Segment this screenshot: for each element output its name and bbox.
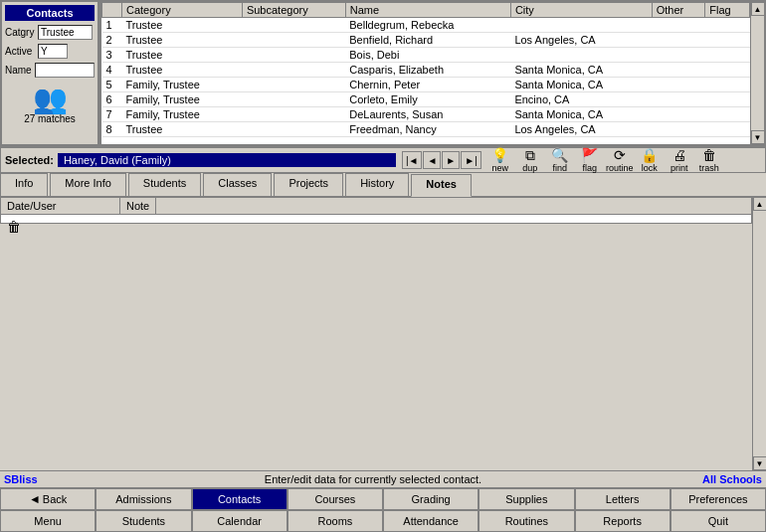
content-with-scroll: Date/User Note 🗑 ▲ ▼	[0, 197, 766, 470]
icon-area: 👥 27 matches	[5, 86, 95, 124]
attendance-button[interactable]: Attendance	[383, 510, 479, 532]
col-name: Name	[345, 3, 510, 18]
table-scrollbar[interactable]: ▲ ▼	[750, 2, 764, 144]
row-trash-icon[interactable]: 🗑	[7, 219, 21, 235]
grading-button[interactable]: Grading	[383, 488, 479, 510]
tab-info[interactable]: Info	[0, 173, 48, 196]
dup-label: dup	[522, 163, 537, 173]
row-city	[510, 18, 652, 33]
tab-more-info[interactable]: More Info	[50, 173, 125, 196]
row-city: Santa Monica, CA	[510, 63, 652, 78]
status-center: Enter/edit data for currently selected c…	[64, 473, 682, 485]
table-row[interactable]: 3 Trustee Bois, Debi	[102, 48, 750, 63]
find-tool[interactable]: 🔍 find	[547, 147, 573, 174]
table-with-scroll: Category Subcategory Name City Other Fla…	[101, 2, 764, 144]
first-record-btn[interactable]: |◄	[402, 151, 423, 169]
flag-label: flag	[582, 163, 597, 173]
back-button[interactable]: ◄ Back	[0, 488, 96, 510]
table-row[interactable]: 2 Trustee Benfield, Richard Los Angeles,…	[102, 33, 750, 48]
row-subcategory	[242, 33, 345, 48]
row-num: 7	[102, 107, 122, 122]
quit-button[interactable]: Quit	[670, 510, 766, 532]
letters-button[interactable]: Letters	[575, 488, 670, 510]
status-left: SBliss	[4, 473, 64, 485]
table-row[interactable]: 6 Family, Trustee Corleto, Emily Encino,…	[102, 92, 750, 107]
students-button[interactable]: Students	[96, 510, 191, 532]
row-name: Bois, Debi	[345, 48, 510, 63]
contacts-button[interactable]: Contacts	[192, 488, 287, 510]
notes-scroll-down[interactable]: ▼	[753, 456, 767, 470]
lock-tool[interactable]: 🔒 lock	[637, 147, 663, 174]
last-record-btn[interactable]: ►|	[461, 151, 481, 169]
row-other	[652, 18, 705, 33]
people-icon: 👥	[33, 86, 68, 113]
row-category: Trustee	[122, 33, 243, 48]
status-right: All Schools	[682, 473, 762, 485]
reports-button[interactable]: Reports	[575, 510, 670, 532]
tab-history[interactable]: History	[345, 173, 409, 196]
trash-icon: 🗑	[702, 147, 716, 164]
name-input[interactable]	[35, 63, 95, 78]
row-category: Family, Trustee	[122, 78, 243, 92]
scroll-down-btn[interactable]: ▼	[751, 130, 765, 144]
row-category: Trustee	[122, 122, 243, 137]
row-other	[652, 92, 705, 107]
notes-area: Date/User Note 🗑	[0, 197, 752, 224]
name-label: Name	[5, 65, 32, 76]
selected-label: Selected:	[5, 154, 54, 166]
row-num: 5	[102, 78, 122, 92]
table-row[interactable]: 4 Trustee Casparis, Elizabeth Santa Moni…	[102, 63, 750, 78]
table-row[interactable]: 5 Family, Trustee Chernin, Peter Santa M…	[102, 78, 750, 92]
supplies-button[interactable]: Supplies	[479, 488, 574, 510]
new-label: new	[491, 163, 508, 173]
row-category: Trustee	[122, 63, 243, 78]
row-city: Encino, CA	[510, 92, 652, 107]
next-record-btn[interactable]: ►	[442, 151, 460, 169]
row-flag	[705, 92, 750, 107]
dup-tool[interactable]: ⧉ dup	[517, 147, 543, 174]
rooms-button[interactable]: Rooms	[287, 510, 383, 532]
notes-content: Date/User Note 🗑	[0, 197, 752, 470]
row-category: Trustee	[122, 18, 243, 33]
row-city: Los Angeles, CA	[510, 122, 652, 137]
table-row[interactable]: 1 Trustee Belldegrum, Rebecka	[102, 18, 750, 33]
active-label: Active	[5, 46, 35, 57]
notes-scroll-up[interactable]: ▲	[753, 197, 767, 211]
trash-tool[interactable]: 🗑 trash	[696, 147, 722, 174]
row-num: 2	[102, 33, 122, 48]
row-other	[652, 48, 705, 63]
name-row: Name	[5, 63, 95, 78]
row-flag	[705, 18, 750, 33]
col-other: Other	[652, 3, 705, 18]
find-icon: 🔍	[551, 147, 568, 164]
row-flag	[705, 33, 750, 48]
sidebar-title: Contacts	[5, 5, 95, 21]
row-category: Family, Trustee	[122, 107, 243, 122]
tab-notes[interactable]: Notes	[411, 174, 472, 197]
table-row[interactable]: 7 Family, Trustee DeLaurents, Susan Sant…	[102, 107, 750, 122]
table-row[interactable]: 8 Trustee Freedman, Nancy Los Angeles, C…	[102, 122, 750, 137]
admissions-button[interactable]: Admissions	[96, 488, 191, 510]
print-tool[interactable]: 🖨 print	[667, 147, 692, 174]
flag-tool[interactable]: 🚩 flag	[577, 147, 603, 174]
menu-button[interactable]: Menu	[0, 510, 96, 532]
new-tool[interactable]: 💡 new	[487, 147, 513, 174]
notes-col-date: Date/User	[1, 198, 120, 214]
row-subcategory	[242, 107, 345, 122]
tab-classes[interactable]: Classes	[203, 173, 272, 196]
preferences-button[interactable]: Preferences	[670, 488, 766, 510]
calendar-button[interactable]: Calendar	[192, 510, 287, 532]
routine-tool[interactable]: ⟳ routine	[607, 147, 633, 174]
courses-button[interactable]: Courses	[287, 488, 383, 510]
tab-projects[interactable]: Projects	[274, 173, 343, 196]
active-input[interactable]	[38, 44, 68, 59]
col-subcategory: Subcategory	[242, 3, 345, 18]
row-subcategory	[242, 122, 345, 137]
notes-scrollbar[interactable]: ▲ ▼	[752, 197, 766, 470]
row-category: Family, Trustee	[122, 92, 243, 107]
tab-students[interactable]: Students	[128, 173, 201, 196]
prev-record-btn[interactable]: ◄	[423, 151, 441, 169]
category-input[interactable]	[38, 25, 93, 40]
routines-button[interactable]: Routines	[479, 510, 574, 532]
scroll-up-btn[interactable]: ▲	[751, 2, 765, 16]
